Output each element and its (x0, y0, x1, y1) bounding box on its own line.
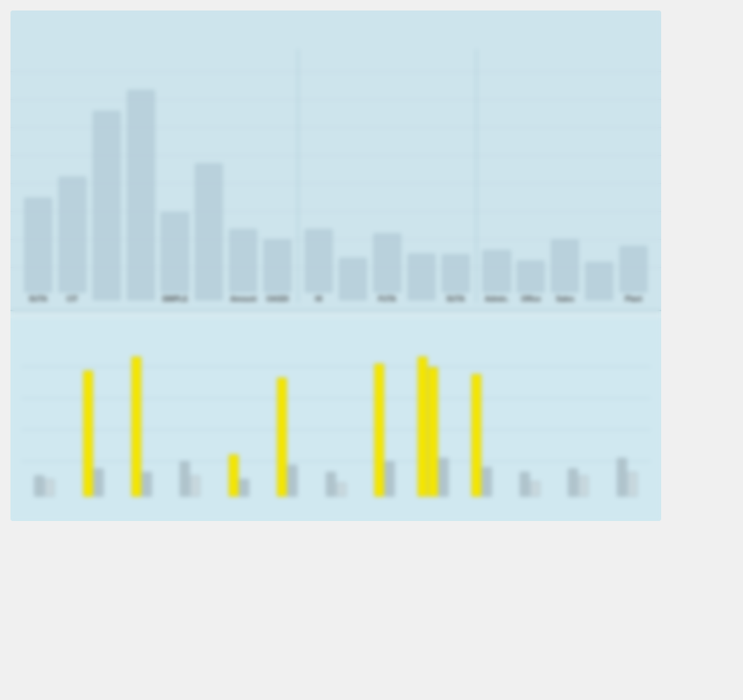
main-container: SUTA CIT SIMPLE Amount OASDI HI (10, 10, 661, 521)
blur-overlay (10, 10, 661, 521)
